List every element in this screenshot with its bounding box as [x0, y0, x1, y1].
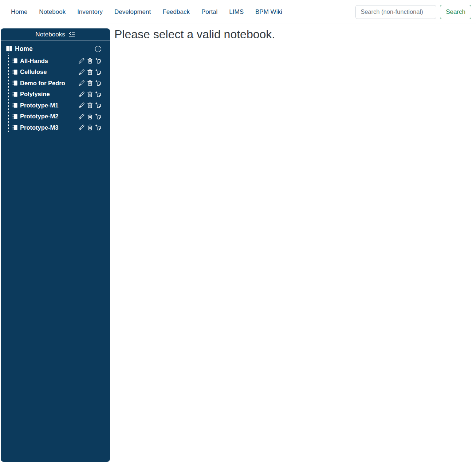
- duplicate-copy-icon[interactable]: [95, 91, 101, 97]
- edit-pencil-icon[interactable]: [79, 102, 84, 108]
- notebook-name[interactable]: Prototype-M1: [20, 102, 58, 109]
- sidebar-item-home[interactable]: Home: [1, 43, 110, 55]
- notebook-item-prototype-m1[interactable]: Prototype-M1: [8, 100, 110, 111]
- notebook-item-prototype-m3[interactable]: Prototype-M3: [8, 122, 110, 133]
- nav-item-portal[interactable]: Portal: [201, 8, 217, 16]
- nav-item-bpm-wiki[interactable]: BPM Wiki: [255, 8, 282, 16]
- nav-item-development[interactable]: Development: [114, 8, 151, 16]
- journal-icon: [12, 114, 18, 119]
- search-input[interactable]: [355, 5, 436, 19]
- notebook-name[interactable]: Polylysine: [20, 91, 50, 98]
- row-actions: [79, 102, 101, 108]
- notebook-item-prototype-m2[interactable]: Prototype-M2: [8, 111, 110, 122]
- nav-links: Home Notebook Inventory Development Feed…: [11, 8, 282, 16]
- sidebar-title: Notebooks: [35, 31, 65, 38]
- nav-item-feedback[interactable]: Feedback: [162, 8, 190, 16]
- search-button[interactable]: Search: [440, 5, 471, 19]
- nav-item-home[interactable]: Home: [11, 8, 27, 16]
- row-actions: [79, 58, 101, 64]
- delete-trash-icon[interactable]: [87, 114, 93, 119]
- duplicate-copy-icon[interactable]: [95, 125, 101, 130]
- journal-icon: [12, 102, 18, 108]
- delete-trash-icon[interactable]: [87, 102, 93, 108]
- row-actions: [79, 114, 101, 119]
- notebook-name[interactable]: Prototype-M3: [20, 124, 58, 131]
- row-actions: [79, 91, 101, 97]
- duplicate-copy-icon[interactable]: [95, 114, 101, 119]
- nav-item-inventory[interactable]: Inventory: [77, 8, 103, 16]
- journal-icon: [12, 125, 18, 130]
- journal-icon: [12, 91, 18, 97]
- notebook-name[interactable]: Cellulose: [20, 68, 47, 75]
- journal-icon: [12, 69, 18, 75]
- edit-pencil-icon[interactable]: [79, 80, 84, 86]
- edit-pencil-icon[interactable]: [79, 58, 84, 64]
- journal-icon: [12, 58, 18, 64]
- edit-pencil-icon[interactable]: [79, 114, 84, 119]
- top-navbar: Home Notebook Inventory Development Feed…: [0, 0, 476, 24]
- delete-trash-icon[interactable]: [87, 58, 93, 64]
- row-actions: [79, 80, 101, 86]
- collapse-outdent-icon[interactable]: [68, 32, 75, 37]
- notebook-name[interactable]: Demo for Pedro: [20, 80, 65, 87]
- duplicate-copy-icon[interactable]: [95, 58, 101, 64]
- delete-trash-icon[interactable]: [87, 69, 93, 75]
- row-actions: [79, 69, 101, 75]
- notebook-item-cellulose[interactable]: Cellulose: [8, 67, 110, 78]
- add-notebook-plus-circle-icon[interactable]: [95, 46, 101, 52]
- delete-trash-icon[interactable]: [87, 125, 93, 130]
- home-label: Home: [15, 45, 33, 53]
- edit-pencil-icon[interactable]: [79, 69, 84, 75]
- journal-icon: [12, 80, 18, 86]
- notebook-item-demo-for-pedro[interactable]: Demo for Pedro: [8, 78, 110, 89]
- notebook-name[interactable]: All-Hands: [20, 58, 48, 64]
- delete-trash-icon[interactable]: [87, 80, 93, 86]
- delete-trash-icon[interactable]: [87, 91, 93, 97]
- duplicate-copy-icon[interactable]: [95, 80, 101, 86]
- notebook-item-polylysine[interactable]: Polylysine: [8, 89, 110, 100]
- notebook-tree: All-Hands Cellulose Demo for Pedro: [8, 55, 110, 133]
- duplicate-copy-icon[interactable]: [95, 102, 101, 108]
- duplicate-copy-icon[interactable]: [95, 69, 101, 75]
- notebook-item-all-hands[interactable]: All-Hands: [8, 55, 110, 67]
- notebooks-sidebar: Notebooks Home All-Hands Cellul: [1, 28, 110, 462]
- edit-pencil-icon[interactable]: [79, 125, 84, 130]
- open-book-icon: [6, 46, 12, 52]
- notebook-name[interactable]: Prototype-M2: [20, 113, 58, 120]
- row-actions: [79, 125, 101, 130]
- sidebar-header: Notebooks: [1, 28, 110, 41]
- nav-item-notebook[interactable]: Notebook: [39, 8, 66, 16]
- edit-pencil-icon[interactable]: [79, 91, 84, 97]
- nav-item-lims[interactable]: LIMS: [229, 8, 244, 16]
- empty-state-message: Please select a valid notebook.: [114, 28, 275, 41]
